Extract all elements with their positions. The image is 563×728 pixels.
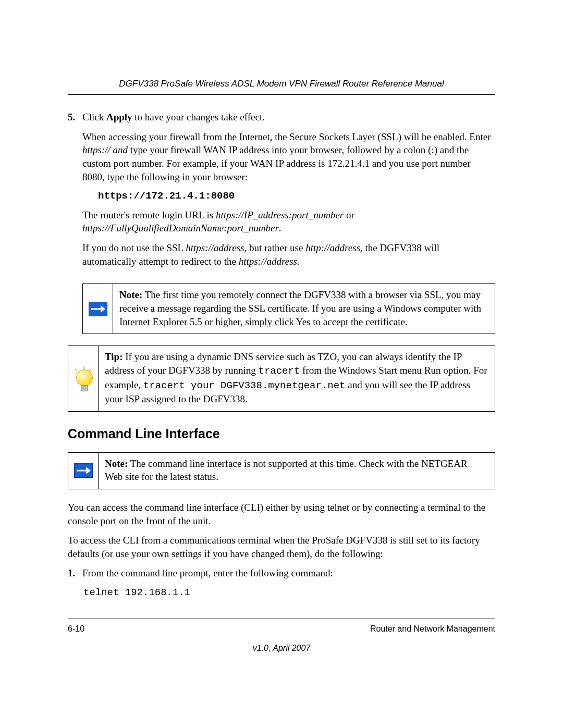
body-para-2: To access the CLI from a communications …: [68, 534, 495, 560]
tip-callout: Tip: If you are using a dynamic DNS serv…: [68, 346, 495, 412]
text: Click: [82, 112, 106, 122]
note-callout: Note: The command line interface is not …: [68, 452, 495, 489]
page-footer: 6-10 Router and Network Management: [68, 619, 495, 635]
note-text: The command line interface is not suppor…: [105, 458, 470, 483]
note-label: Note:: [105, 458, 128, 469]
running-head: DGFV338 ProSafe Wireless ADSL Modem VPN …: [68, 78, 495, 95]
step-5-para3: The router's remote login URL is https:/…: [82, 208, 495, 235]
text-italic: https://address: [186, 242, 244, 253]
step-5-line1: Click Apply to have your changes take ef…: [82, 110, 495, 124]
lightbulb-icon: [74, 366, 93, 391]
step-5-para2: When accessing your firewall from the In…: [82, 130, 495, 184]
step-number: 5.: [68, 110, 82, 274]
code-inline: tracert your DGFV338.mynetgear.net: [143, 380, 346, 391]
code-url-example: https://172.21.4.1:8080: [98, 190, 495, 203]
text: , but rather use: [244, 242, 306, 253]
text-italic: https:// and: [82, 144, 128, 155]
code-inline: tracert: [258, 365, 300, 377]
step-5: 5. Click Apply to have your changes take…: [68, 110, 495, 274]
text-italic: https://FullyQualifiedDomainName:port_nu…: [82, 223, 279, 233]
section-heading-cli: Command Line Interface: [68, 425, 495, 443]
text: type your firewall WAN IP address into y…: [82, 144, 473, 182]
chapter-title: Router and Network Management: [370, 623, 495, 635]
note-callout: Note: The first time you remotely connec…: [82, 283, 495, 334]
step-1: 1. From the command line prompt, enter t…: [68, 566, 495, 606]
text: .: [279, 223, 282, 233]
arrow-icon: [89, 302, 107, 316]
tip-label: Tip:: [105, 351, 123, 362]
body-para-1: You can access the command line interfac…: [68, 501, 495, 527]
text: to have your changes take effect.: [132, 112, 265, 122]
text: If you do not use the SSL: [82, 242, 186, 253]
text-italic: https://address.: [239, 256, 300, 267]
code-telnet: telnet 192.168.1.1: [83, 586, 495, 600]
note-icon-cell: [83, 284, 113, 334]
step-5-para4: If you do not use the SSL https://addres…: [82, 241, 495, 268]
manual-page: DGFV338 ProSafe Wireless ADSL Modem VPN …: [0, 0, 563, 728]
apply-label: Apply: [106, 112, 132, 122]
text-italic: http://address: [305, 242, 360, 253]
text-italic: https://IP_address:port_number: [216, 209, 344, 220]
text: When accessing your firewall from the In…: [82, 131, 493, 142]
note-body: Note: The command line interface is not …: [99, 453, 495, 489]
step-1-text: From the command line prompt, enter the …: [82, 566, 495, 580]
doc-version: v1.0, April 2007: [68, 643, 495, 654]
note-label: Note:: [119, 289, 142, 300]
note-icon-cell: [68, 453, 99, 489]
tip-body: Tip: If you are using a dynamic DNS serv…: [99, 346, 495, 411]
tip-icon-cell: [68, 346, 99, 411]
page-number: 6-10: [68, 623, 84, 635]
note-body: Note: The first time you remotely connec…: [113, 284, 495, 334]
note-text: The first time you remotely connect the …: [119, 289, 484, 327]
text: or: [344, 209, 357, 220]
text: The router's remote login URL is: [82, 209, 216, 220]
arrow-icon: [74, 463, 93, 478]
step-number: 1.: [68, 566, 82, 606]
